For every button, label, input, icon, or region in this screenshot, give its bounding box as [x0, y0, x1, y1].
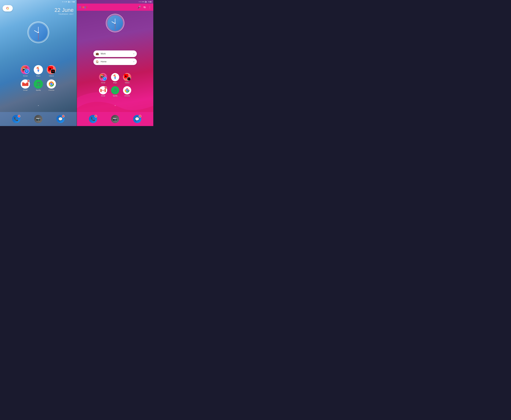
app-maps-right[interactable]: Maps	[111, 73, 119, 84]
gmail-label-right: Gmail	[101, 95, 105, 97]
up-arrow-right[interactable]: ⌃	[114, 105, 116, 108]
more-icon[interactable]: ⋮	[148, 6, 151, 9]
task-pill-work[interactable]: 💼 Work ≡	[93, 50, 137, 57]
maps-svg-right	[111, 73, 119, 81]
dock-messages-left[interactable]: 💬 2	[56, 115, 65, 123]
status-time-right: 7:00	[148, 1, 152, 3]
videos-icon-circle-right: ▶ N	[123, 73, 131, 81]
social-icon-circle-left: 📷 f	[21, 65, 30, 74]
clock-center-left	[38, 32, 39, 33]
videos-icon-wrap-right: ▶ N	[123, 73, 131, 81]
work-icon: 💼	[96, 52, 99, 55]
dock-messages-badge-left: 2	[62, 115, 65, 118]
shop-icon[interactable]: 🛍	[143, 6, 146, 9]
app-gmail-right[interactable]: 5 Gmail	[99, 86, 107, 97]
app-grid-right: 📷 f Social	[93, 73, 137, 97]
gmail-label-left: Gmail	[23, 89, 27, 91]
chrome-icon-wrap-right	[123, 86, 131, 94]
dock-camera-right[interactable]: 📷	[111, 115, 119, 123]
spotify-icon-symbol-left: 🎵	[36, 82, 41, 86]
hour-hand-left	[34, 30, 38, 33]
dock-phone-badge-right: 3	[95, 115, 97, 118]
gmail-icon-wrap-left: 5	[21, 79, 30, 89]
status-time-left: 7:00	[72, 1, 75, 3]
dock-camera-icon-left: 📷	[34, 115, 42, 123]
maps-label-left: Maps	[36, 75, 40, 77]
spotify-label-left: Spotify	[36, 89, 41, 91]
videos-icon-wrap-left: ▶ N	[47, 65, 56, 74]
dock-camera-left[interactable]: 📷	[34, 115, 42, 123]
clock-face-left	[27, 22, 49, 43]
social-icon-wrap-right: 📷 f	[99, 73, 107, 81]
spotify-icon-circle-right: 🎵	[111, 86, 119, 94]
social-label-right: Social	[101, 82, 105, 84]
gmail-badge-right: 5	[104, 86, 107, 89]
svg-point-16	[126, 89, 128, 91]
dock-right: 📞 3 📷 💬 2	[77, 112, 153, 126]
date-day: 22 June	[54, 7, 74, 13]
app-chrome-right[interactable]: Chrome	[123, 86, 131, 97]
status-bar-right: ✦ ▾ LTE ▐ ▮ 7:00	[77, 0, 153, 4]
chrome-label-right: Chrome	[124, 95, 130, 97]
videos-label-left: Videos	[49, 75, 54, 77]
spotify-icon-wrap-left: 🎵	[34, 79, 43, 89]
google-search-bar[interactable]: Google 🎤 🛍 ⋮	[77, 4, 153, 11]
status-icons-left: ✦ ▾ LTE ▐ ▮ 7:00	[62, 1, 75, 3]
bluetooth-icon: ✦	[62, 1, 63, 3]
lte-icon: LTE	[65, 1, 67, 2]
chrome-svg-right	[123, 86, 131, 94]
mic-icon[interactable]: 🎤	[137, 6, 141, 9]
google-pill[interactable]: G	[3, 5, 13, 12]
google-search-action-icons: 🎤 🛍 ⋮	[137, 6, 151, 9]
maps-icon-circle-left	[34, 65, 43, 74]
app-videos-left[interactable]: ▶ N Videos	[47, 65, 56, 77]
dock-messages-right[interactable]: 💬 2	[133, 115, 141, 123]
up-arrow-left[interactable]: ⌃	[37, 105, 39, 108]
task-pill-home[interactable]: 🏠 Home ≡	[93, 58, 137, 65]
netflix-icon-left: N	[51, 69, 55, 74]
dock-messages-badge-right: 2	[139, 115, 141, 118]
work-label: Work	[101, 52, 131, 55]
right-phone-screen: ✦ ▾ LTE ▐ ▮ 7:00 Google 🎤 🛍 ⋮	[77, 0, 153, 126]
app-grid-left: 📷 f Social	[18, 65, 59, 91]
google-g-logo: G	[6, 6, 9, 10]
spotify-icon-circle-left: 🎵	[34, 79, 43, 89]
gmail-icon-wrap-right: 5	[99, 86, 107, 94]
app-spotify-left[interactable]: 🎵 Spotify	[34, 79, 43, 91]
date-display: 22 June THURSDAY, 2017	[54, 7, 74, 15]
work-menu-icon[interactable]: ≡	[133, 52, 135, 55]
app-videos-right[interactable]: ▶ N Videos	[123, 73, 131, 84]
spotify-icon-wrap-right: 🎵	[111, 86, 119, 94]
app-maps-left[interactable]: Maps	[34, 65, 43, 77]
app-spotify-right[interactable]: 🎵 Spotify	[111, 86, 119, 97]
app-row-1-right: 📷 f Social	[99, 73, 131, 84]
app-row-1-left: 📷 f Social	[21, 65, 56, 77]
dock-phone-badge-left: 3	[18, 115, 20, 118]
netflix-icon-right: N	[127, 77, 131, 81]
home-menu-icon[interactable]: ≡	[133, 60, 135, 63]
dock-phone-left[interactable]: 📞 3	[12, 115, 20, 123]
dock-phone-right[interactable]: 📞 3	[89, 115, 97, 123]
videos-icon-circle-left: ▶ N	[47, 65, 56, 74]
gmail-badge-left: 5	[27, 80, 30, 82]
app-row-2-left: 5 Gmail 🎵 Spotify	[21, 79, 56, 91]
app-social-left[interactable]: 📷 f Social	[21, 65, 30, 77]
google-search-logo: Google	[79, 6, 88, 9]
facebook-icon-right: f	[103, 77, 107, 81]
status-icons-right: ✦ ▾ LTE ▐ ▮ 7:00	[139, 1, 152, 3]
app-social-right[interactable]: 📷 f Social	[99, 73, 107, 84]
app-chrome-left[interactable]: Chrome	[47, 79, 56, 91]
maps-label-right: Maps	[113, 82, 117, 84]
social-icon-circle-right: 📷 f	[99, 73, 107, 81]
second-hand-right	[115, 24, 115, 30]
wifi-icon-right: ▾	[140, 1, 141, 3]
app-gmail-left[interactable]: 5 Gmail	[21, 79, 30, 91]
lte-icon-right: LTE	[142, 1, 144, 2]
clock-center-right	[115, 22, 116, 23]
home-icon: 🏠	[96, 60, 99, 63]
home-label: Home	[101, 60, 131, 63]
svg-point-12	[114, 76, 116, 77]
dock-left: 📞 3 📷 💬 2	[0, 112, 77, 126]
spotify-icon-symbol-right: 🎵	[113, 88, 117, 92]
clock-widget-left	[27, 22, 49, 43]
